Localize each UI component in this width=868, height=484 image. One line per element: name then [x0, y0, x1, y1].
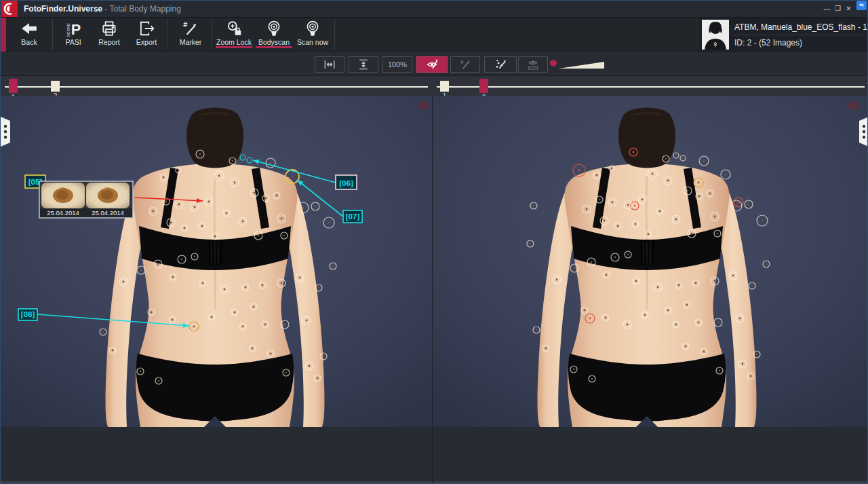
mole-dot [766, 263, 768, 265]
bodyscan-button[interactable]: Bodyscan [254, 20, 294, 50]
timeline-marker-1[interactable]: 1 [9, 79, 18, 93]
fit-width-icon [322, 58, 337, 71]
mole-dot [675, 324, 677, 326]
mole-dot [675, 219, 677, 221]
close-icon[interactable]: ✕ [844, 3, 854, 14]
marker-size-slider[interactable] [549, 56, 607, 73]
marker-label-08[interactable]: [08] [18, 309, 37, 320]
timeline-marker-1[interactable]: 1 [440, 81, 449, 92]
thumbnail-date: 25.04.2014 [92, 209, 124, 217]
back-button[interactable]: Back [12, 20, 47, 50]
maximize-icon[interactable]: ❐ [833, 3, 843, 14]
mole-dot [606, 274, 608, 276]
mole-dot [123, 281, 125, 283]
export-label: Export [136, 38, 157, 46]
zoom-100-button[interactable]: 100% [382, 56, 412, 73]
compare-inset[interactable]: 25.04.2014 25.04.2014 [39, 181, 133, 218]
mole-dot [742, 363, 744, 365]
timeline-left[interactable]: 12 [1, 76, 432, 96]
panel-settings-gear-icon[interactable] [418, 100, 429, 111]
pasi-button[interactable]: SCORE P PASI [58, 20, 89, 50]
mole-dot [226, 212, 228, 215]
mole-dot [604, 220, 606, 222]
mole-dot [691, 233, 693, 235]
mole-dot [627, 204, 629, 206]
mole-dot [299, 277, 301, 279]
zoom-lock-button[interactable]: Zoom Lock [214, 20, 254, 50]
mole-dot [245, 286, 247, 288]
pan-handle-right[interactable] [857, 116, 868, 147]
mole-dot [667, 180, 669, 182]
mole-dot [678, 284, 680, 286]
svg-text:[06]: [06] [339, 179, 353, 187]
bodyscan-label: Bodyscan [258, 38, 290, 46]
page-name: - Total Body Mapping [102, 4, 181, 14]
mole-dot [178, 170, 180, 172]
scan-now-button[interactable]: Scan now [294, 20, 332, 50]
svg-text:SCORE: SCORE [66, 23, 71, 37]
active-underline [216, 46, 252, 48]
mole-dot [328, 222, 330, 224]
bodyscan-icon [265, 20, 283, 37]
show-ruler-button[interactable] [518, 56, 548, 73]
show-markers-button[interactable] [416, 56, 448, 73]
mole-dot [232, 160, 234, 162]
remote-access-icon[interactable]: ⇆ [856, 1, 867, 10]
timeline-marker-2[interactable]: 2 [479, 79, 488, 93]
mole-dot [612, 202, 614, 204]
body-scene: [05] [06] [07] [08] 25.04.2014 25.04.201… [1, 96, 432, 427]
mole-dot [635, 280, 637, 282]
mole-dot [574, 267, 576, 269]
marker-label-07[interactable]: [07] [343, 210, 362, 223]
mole-dot [633, 151, 635, 153]
slider-thumb[interactable] [550, 60, 557, 67]
mole-dot [157, 263, 159, 265]
mole-dot [719, 370, 721, 372]
mole-dot [642, 199, 644, 201]
scan-now-icon [304, 20, 321, 37]
minimize-icon[interactable]: — [822, 3, 832, 14]
body-photo-left[interactable]: [05] [06] [07] [08] 25.04.2014 25.04.201… [1, 96, 432, 427]
mole-dot [265, 198, 267, 200]
pan-handle-left[interactable] [1, 116, 12, 147]
svg-text:♀: ♀ [712, 39, 719, 50]
mole-dot [686, 304, 688, 306]
fit-width-button[interactable] [315, 56, 344, 73]
mole-dot [578, 170, 580, 172]
panel-settings-gear-icon[interactable] [848, 100, 859, 111]
mole-dot [687, 190, 689, 192]
mole-dot [306, 320, 308, 322]
mole-dot [302, 207, 304, 209]
mole-dot [591, 378, 593, 380]
mole-dot [762, 220, 764, 222]
dermoscopy-thumbnail[interactable] [41, 183, 85, 208]
timeline-strip: 12 12 [1, 75, 867, 96]
marker-icon: # [182, 20, 199, 37]
svg-text:#: # [460, 59, 464, 65]
report-printer-icon [100, 20, 118, 37]
timeline-track [5, 86, 428, 88]
mole-dot [163, 176, 165, 179]
mole-dot [703, 160, 705, 162]
timeline-marker-2[interactable]: 2 [51, 81, 60, 92]
fit-height-button[interactable] [349, 56, 378, 73]
titlebar: FotoFinder.Universe - Total Body Mapping… [1, 1, 867, 18]
mole-dot [714, 216, 716, 218]
auto-marker-button[interactable] [484, 56, 517, 73]
mole-dot [596, 174, 598, 176]
patient-info[interactable]: ♀ ATBM, Manuela_blue_EOS_flash - 12.... … [699, 18, 867, 52]
timeline-right[interactable]: 12 [433, 76, 868, 96]
report-button[interactable]: Report [92, 20, 127, 50]
marker-button[interactable]: # Marker [172, 20, 210, 50]
mole-dot [635, 223, 637, 225]
body-photo-right[interactable] [433, 96, 868, 427]
image-compare-area: [05] [06] [07] [08] 25.04.2014 25.04.201… [1, 96, 867, 427]
report-label: Report [98, 38, 120, 46]
mole-dot [254, 192, 256, 194]
draw-marker-button[interactable]: # [450, 56, 480, 73]
mole-dot [194, 256, 196, 258]
mole-dot [599, 199, 601, 201]
export-button[interactable]: Export [130, 20, 163, 50]
dermoscopy-thumbnail[interactable] [86, 183, 130, 208]
marker-label-06[interactable]: [06] [336, 175, 357, 189]
